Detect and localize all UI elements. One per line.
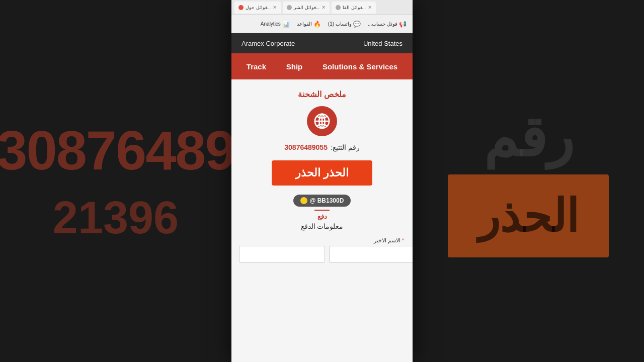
tab-2-label: فوائل الشر...: [294, 5, 319, 10]
globe-icon: [313, 113, 331, 130]
shipment-summary-title: ملخص الشحنة: [298, 89, 346, 99]
bg-number-2: 21396: [53, 192, 179, 244]
payment-badge-text: BB1300D @: [310, 197, 344, 204]
tab-1-close[interactable]: ✕: [273, 5, 277, 10]
nav-ship[interactable]: Ship: [281, 58, 308, 75]
bookmark-rules-label: القواعد: [297, 21, 312, 27]
background-left: 30876489 21396: [0, 0, 231, 362]
bookmark-analytics-label: Analytics: [261, 21, 281, 27]
aramex-corporate-label: Aramex Corporate: [242, 40, 295, 47]
tab-1-favicon: [238, 5, 244, 10]
tab-3-favicon: [336, 5, 341, 10]
bg-number-1: 30876489: [0, 118, 231, 182]
bg-orange-text: الحذر: [478, 190, 579, 242]
tab-3[interactable]: فوائل القا... ✕: [332, 2, 376, 14]
bookmark-account-label: فوئل حساب...: [368, 21, 397, 27]
form-inputs-row: [239, 246, 405, 263]
bookmark-analytics[interactable]: 📊 Analytics: [259, 20, 292, 29]
badge-dot-icon: [300, 197, 307, 204]
analytics-icon: 📊: [282, 21, 290, 28]
tracking-number: 30876489055: [284, 143, 328, 151]
bookmarks-bar: 📢 فوئل حساب... 💬 واتساب (1) 🔥 القواعد 📊 …: [231, 15, 413, 33]
nav-track[interactable]: Track: [242, 58, 271, 75]
payment-badge: BB1300D @: [293, 195, 351, 207]
whatsapp-icon: 💬: [353, 21, 361, 28]
nav-bar: Track Ship Solutions & Services: [231, 53, 413, 79]
tab-2[interactable]: فوائل الشر... ✕: [283, 2, 330, 14]
globe-icon-circle: [307, 106, 337, 136]
bookmark-whatsapp[interactable]: 💬 واتساب (1): [326, 20, 363, 29]
separator-line: [314, 210, 330, 211]
content-area: ملخص الشحنة رقم التتبع: 30876489055 الحذ…: [231, 79, 413, 362]
browser-panel: فوائل حول... ✕ فوائل الشر... ✕ فوائل الق…: [231, 0, 413, 362]
tracking-label: رقم التتبع:: [331, 143, 360, 151]
tab-bar: فوائل حول... ✕ فوائل الشر... ✕ فوائل الق…: [231, 0, 413, 15]
bookmark-whatsapp-label: واتساب (1): [328, 21, 352, 27]
required-star: *: [402, 237, 404, 243]
form-section: * الاسم الاخير: [239, 237, 405, 263]
bookmark-rules[interactable]: 🔥 القواعد: [295, 20, 323, 29]
tab-3-label: فوائل القا...: [343, 5, 366, 10]
tab-3-close[interactable]: ✕: [368, 5, 372, 10]
pay-label: دفع: [317, 213, 327, 220]
last-name-input[interactable]: [329, 246, 413, 263]
united-states-label: United States: [363, 40, 403, 47]
last-name-label: * الاسم الاخير: [239, 237, 405, 244]
tab-1[interactable]: فوائل حول... ✕: [234, 2, 281, 14]
background-right: رقم الحذر: [413, 0, 644, 362]
bg-arabic-text: رقم: [484, 105, 574, 169]
tab-1-label: فوائل حول...: [246, 5, 271, 10]
payment-info-title: معلومات الدفع: [301, 222, 344, 230]
first-name-input[interactable]: [239, 246, 325, 263]
bookmark-account[interactable]: 📢 فوئل حساب...: [366, 20, 409, 29]
fire-icon: 🔥: [313, 21, 321, 28]
tab-2-close[interactable]: ✕: [321, 5, 326, 10]
tracking-info: رقم التتبع: 30876489055: [284, 143, 359, 151]
nav-solutions[interactable]: Solutions & Services: [317, 58, 403, 75]
bg-orange-block: الحذر: [448, 174, 609, 257]
warning-button[interactable]: الحذر الحذر: [272, 160, 372, 186]
aramex-header: Aramex Corporate United States: [231, 33, 413, 53]
account-icon: 📢: [399, 21, 407, 28]
tab-2-favicon: [287, 5, 292, 10]
